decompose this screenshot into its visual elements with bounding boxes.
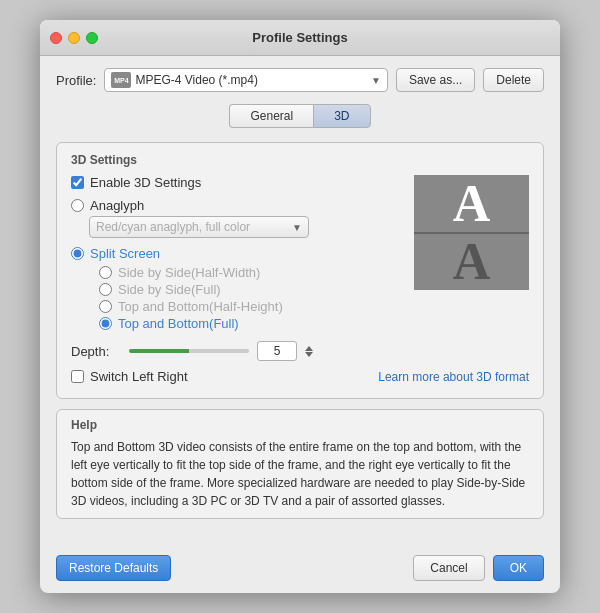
switch-lr-checkbox[interactable] bbox=[71, 370, 84, 383]
side-full-radio[interactable] bbox=[99, 283, 112, 296]
close-button[interactable] bbox=[50, 32, 62, 44]
preview-letter-top: A bbox=[453, 178, 491, 230]
switch-lr-label[interactable]: Switch Left Right bbox=[90, 369, 188, 384]
top-full-radio[interactable] bbox=[99, 317, 112, 330]
profile-settings-window: Profile Settings Profile: MP4 MPEG-4 Vid… bbox=[40, 20, 560, 593]
sub-radio-row-2: Top and Bottom(Half-Height) bbox=[99, 299, 402, 314]
depth-slider[interactable] bbox=[129, 349, 249, 353]
bottom-right-buttons: Cancel OK bbox=[413, 555, 544, 581]
learn-more-link[interactable]: Learn more about 3D format bbox=[378, 370, 529, 384]
anaglyph-select-container: Red/cyan anaglyph, full color ▼ bbox=[89, 216, 402, 238]
restore-defaults-button[interactable]: Restore Defaults bbox=[56, 555, 171, 581]
tab-general[interactable]: General bbox=[229, 104, 313, 128]
settings-left: Enable 3D Settings Anaglyph Red/cyan ana… bbox=[71, 175, 402, 333]
ok-button[interactable]: OK bbox=[493, 555, 544, 581]
3d-preview: A A bbox=[414, 175, 529, 290]
depth-label: Depth: bbox=[71, 344, 121, 359]
sub-radio-row-3: Top and Bottom(Full) bbox=[99, 316, 402, 331]
spinner-down-icon[interactable] bbox=[305, 352, 313, 357]
tab-3d[interactable]: 3D bbox=[313, 104, 370, 128]
settings-3d-section: 3D Settings Enable 3D Settings Anaglyph bbox=[56, 142, 544, 399]
profile-label: Profile: bbox=[56, 73, 96, 88]
anaglyph-placeholder: Red/cyan anaglyph, full color bbox=[96, 220, 250, 234]
preview-letter-bottom: A bbox=[453, 236, 491, 288]
profile-row: Profile: MP4 MPEG-4 Video (*.mp4) ▼ Save… bbox=[56, 68, 544, 92]
bottom-bar: Restore Defaults Cancel OK bbox=[40, 547, 560, 593]
switch-lr-row: Switch Left Right Learn more about 3D fo… bbox=[71, 369, 529, 384]
anaglyph-radio[interactable] bbox=[71, 199, 84, 212]
tab-bar: General 3D bbox=[56, 104, 544, 128]
traffic-lights bbox=[50, 32, 98, 44]
top-half-radio[interactable] bbox=[99, 300, 112, 313]
settings-3d-title: 3D Settings bbox=[71, 153, 529, 167]
save-as-button[interactable]: Save as... bbox=[396, 68, 475, 92]
depth-value[interactable]: 5 bbox=[257, 341, 297, 361]
profile-format-icon: MP4 bbox=[111, 72, 131, 88]
settings-and-preview: Enable 3D Settings Anaglyph Red/cyan ana… bbox=[71, 175, 529, 333]
titlebar: Profile Settings bbox=[40, 20, 560, 56]
delete-button[interactable]: Delete bbox=[483, 68, 544, 92]
profile-dropdown[interactable]: MP4 MPEG-4 Video (*.mp4) ▼ bbox=[104, 68, 387, 92]
sub-radio-row-1: Side by Side(Full) bbox=[99, 282, 402, 297]
top-full-label[interactable]: Top and Bottom(Full) bbox=[118, 316, 239, 331]
help-text: Top and Bottom 3D video consists of the … bbox=[71, 438, 529, 510]
help-title: Help bbox=[71, 418, 529, 432]
help-section: Help Top and Bottom 3D video consists of… bbox=[56, 409, 544, 519]
minimize-button[interactable] bbox=[68, 32, 80, 44]
profile-selected-value: MPEG-4 Video (*.mp4) bbox=[135, 73, 258, 87]
anaglyph-chevron-icon: ▼ bbox=[292, 222, 302, 233]
window-title: Profile Settings bbox=[252, 30, 347, 45]
cancel-button[interactable]: Cancel bbox=[413, 555, 484, 581]
depth-row: Depth: 5 bbox=[71, 341, 529, 361]
enable-3d-row: Enable 3D Settings bbox=[71, 175, 402, 190]
sub-radio-group: Side by Side(Half-Width) Side by Side(Fu… bbox=[99, 265, 402, 331]
maximize-button[interactable] bbox=[86, 32, 98, 44]
switch-lr-left: Switch Left Right bbox=[71, 369, 188, 384]
sub-radio-row-0: Side by Side(Half-Width) bbox=[99, 265, 402, 280]
split-screen-row: Split Screen bbox=[71, 246, 402, 261]
anaglyph-label[interactable]: Anaglyph bbox=[90, 198, 144, 213]
main-content: Profile: MP4 MPEG-4 Video (*.mp4) ▼ Save… bbox=[40, 56, 560, 547]
side-full-label[interactable]: Side by Side(Full) bbox=[118, 282, 221, 297]
spinner-up-icon[interactable] bbox=[305, 346, 313, 351]
anaglyph-row: Anaglyph bbox=[71, 198, 402, 213]
chevron-down-icon: ▼ bbox=[371, 75, 381, 86]
enable-3d-label[interactable]: Enable 3D Settings bbox=[90, 175, 201, 190]
split-screen-radio[interactable] bbox=[71, 247, 84, 260]
help-scroll[interactable]: Top and Bottom 3D video consists of the … bbox=[71, 438, 529, 510]
top-half-label[interactable]: Top and Bottom(Half-Height) bbox=[118, 299, 283, 314]
depth-spinner[interactable] bbox=[305, 346, 313, 357]
side-half-radio[interactable] bbox=[99, 266, 112, 279]
enable-3d-checkbox[interactable] bbox=[71, 176, 84, 189]
side-half-label[interactable]: Side by Side(Half-Width) bbox=[118, 265, 260, 280]
anaglyph-dropdown[interactable]: Red/cyan anaglyph, full color ▼ bbox=[89, 216, 309, 238]
split-screen-label[interactable]: Split Screen bbox=[90, 246, 160, 261]
